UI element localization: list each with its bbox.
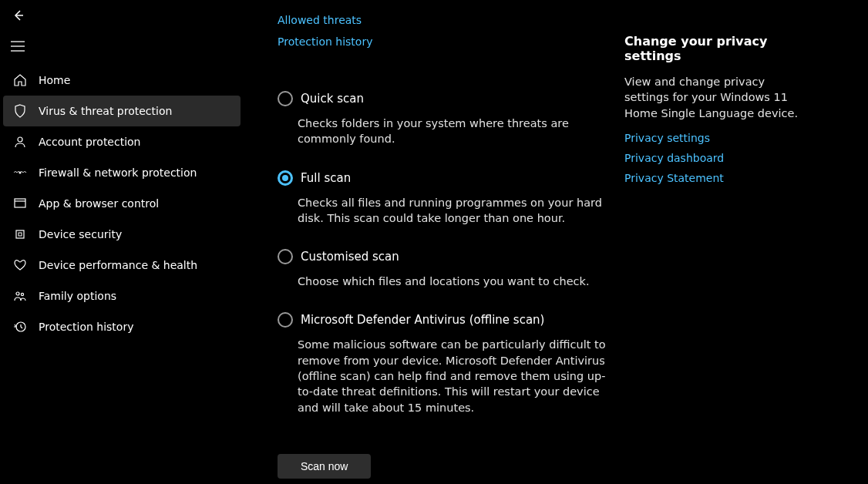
link-privacy-settings[interactable]: Privacy settings [624,132,809,144]
radio-custom-scan[interactable]: Customised scan [278,249,609,264]
radio-icon [278,312,293,328]
scan-option-quick: Quick scan Checks folders in your system… [278,91,609,147]
aside-description: View and change privacy settings for you… [624,74,809,121]
home-icon [12,72,28,88]
hamburger-button[interactable] [0,31,247,62]
sidebar-item-label: Protection history [39,321,133,333]
svg-point-10 [21,293,23,295]
sidebar-item-performance[interactable]: Device performance & health [3,250,244,281]
svg-point-9 [16,292,19,295]
radio-icon [278,249,293,264]
aside-panel: Change your privacy settings View and ch… [624,14,825,484]
history-icon [12,319,28,334]
sidebar-item-label: Virus & threat protection [39,105,172,117]
sidebar: Home Virus & threat protection Account p… [0,0,247,484]
link-allowed-threats[interactable]: Allowed threats [278,14,609,26]
radio-description: Checks all files and running programmes … [298,195,609,227]
sidebar-item-label: Family options [39,290,116,302]
sidebar-item-label: Account protection [39,136,141,148]
radio-label: Microsoft Defender Antivirus (offline sc… [301,313,544,327]
sidebar-item-protection-history[interactable]: Protection history [3,311,244,342]
app-icon [12,196,28,211]
scan-option-full: Full scan Checks all files and running p… [278,170,609,227]
sidebar-item-device-security[interactable]: Device security [3,219,244,250]
network-icon [12,165,28,180]
radio-description: Checks folders in your system where thre… [298,116,609,147]
svg-point-4 [19,172,22,174]
scan-option-custom: Customised scan Choose which files and l… [278,249,609,289]
sidebar-item-label: Device performance & health [39,259,197,271]
svg-rect-5 [15,199,25,207]
radio-description: Some malicious software can be particula… [298,337,609,415]
heart-icon [12,257,28,273]
arrow-left-icon [12,9,25,22]
sidebar-item-label: App & browser control [39,197,159,210]
svg-rect-7 [16,230,24,238]
chip-icon [12,227,28,242]
main-content: Allowed threats Protection history Quick… [247,14,624,484]
radio-icon [278,170,293,186]
sidebar-item-label: Firewall & network protection [39,166,197,179]
sidebar-item-account[interactable]: Account protection [3,126,244,157]
radio-label: Full scan [301,171,351,185]
link-privacy-dashboard[interactable]: Privacy dashboard [624,152,809,164]
radio-description: Choose which files and locations you wan… [298,274,609,289]
radio-label: Quick scan [301,92,364,106]
sidebar-item-label: Device security [39,228,122,240]
scan-option-offline: Microsoft Defender Antivirus (offline sc… [278,312,609,415]
svg-point-3 [18,137,22,142]
people-icon [12,288,28,304]
radio-label: Customised scan [301,250,399,264]
radio-full-scan[interactable]: Full scan [278,170,609,186]
hamburger-icon [11,41,25,52]
sidebar-item-firewall[interactable]: Firewall & network protection [3,157,244,188]
shield-icon [12,103,28,119]
person-icon [12,134,28,150]
aside-title: Change your privacy settings [624,34,809,63]
sidebar-item-home[interactable]: Home [3,65,244,96]
sidebar-item-family[interactable]: Family options [3,281,244,311]
svg-rect-8 [19,233,22,236]
back-button[interactable] [9,6,28,25]
scan-now-button[interactable]: Scan now [278,454,371,479]
link-protection-history[interactable]: Protection history [278,35,609,48]
sidebar-item-virus-threat[interactable]: Virus & threat protection [3,96,241,126]
sidebar-item-label: Home [39,74,70,86]
sidebar-item-app-browser[interactable]: App & browser control [3,188,244,219]
radio-offline-scan[interactable]: Microsoft Defender Antivirus (offline sc… [278,312,609,328]
link-privacy-statement[interactable]: Privacy Statement [624,172,809,184]
radio-icon [278,91,293,106]
radio-quick-scan[interactable]: Quick scan [278,91,609,106]
